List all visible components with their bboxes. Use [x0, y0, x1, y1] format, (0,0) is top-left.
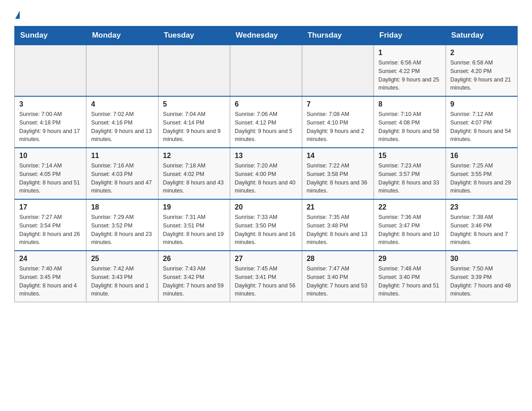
day-info: Sunrise: 7:22 AMSunset: 3:58 PMDaylight:…: [307, 162, 369, 195]
calendar-cell: 2Sunrise: 6:58 AMSunset: 4:20 PMDaylight…: [446, 45, 517, 96]
day-info: Sunrise: 7:20 AMSunset: 4:00 PMDaylight:…: [235, 162, 297, 195]
calendar-cell: 18Sunrise: 7:29 AMSunset: 3:52 PMDayligh…: [86, 199, 158, 251]
day-info: Sunrise: 7:35 AMSunset: 3:48 PMDaylight:…: [307, 213, 369, 247]
day-number: 29: [378, 255, 441, 263]
calendar-cell: 3Sunrise: 7:00 AMSunset: 4:18 PMDaylight…: [15, 96, 86, 148]
day-number: 2: [450, 49, 513, 57]
day-info: Sunrise: 7:12 AMSunset: 4:07 PMDaylight:…: [450, 110, 513, 144]
calendar-cell: 19Sunrise: 7:31 AMSunset: 3:51 PMDayligh…: [158, 199, 230, 251]
calendar-week-row: 17Sunrise: 7:27 AMSunset: 3:54 PMDayligh…: [15, 199, 518, 251]
calendar-cell: 10Sunrise: 7:14 AMSunset: 4:05 PMDayligh…: [15, 148, 86, 199]
day-info: Sunrise: 7:31 AMSunset: 3:51 PMDaylight:…: [163, 213, 225, 247]
day-number: 28: [307, 255, 369, 263]
day-number: 10: [19, 152, 82, 160]
calendar-week-row: 3Sunrise: 7:00 AMSunset: 4:18 PMDaylight…: [15, 96, 518, 148]
calendar-week-row: 10Sunrise: 7:14 AMSunset: 4:05 PMDayligh…: [15, 148, 518, 199]
day-info: Sunrise: 7:48 AMSunset: 3:40 PMDaylight:…: [378, 265, 441, 298]
calendar-cell: 13Sunrise: 7:20 AMSunset: 4:00 PMDayligh…: [230, 148, 302, 199]
calendar-cell: 6Sunrise: 7:06 AMSunset: 4:12 PMDaylight…: [230, 96, 302, 148]
day-number: 21: [307, 203, 369, 211]
weekday-header-tuesday: Tuesday: [158, 26, 230, 45]
calendar-cell: 16Sunrise: 7:25 AMSunset: 3:55 PMDayligh…: [446, 148, 517, 199]
day-number: 1: [378, 49, 441, 57]
calendar-cell: 1Sunrise: 6:56 AMSunset: 4:22 PMDaylight…: [374, 45, 446, 96]
day-number: 20: [235, 203, 297, 211]
calendar-cell: 4Sunrise: 7:02 AMSunset: 4:16 PMDaylight…: [86, 96, 158, 148]
weekday-header-sunday: Sunday: [15, 26, 86, 45]
day-info: Sunrise: 7:16 AMSunset: 4:03 PMDaylight:…: [91, 162, 153, 195]
calendar-cell: 14Sunrise: 7:22 AMSunset: 3:58 PMDayligh…: [302, 148, 373, 199]
calendar-cell: 24Sunrise: 7:40 AMSunset: 3:45 PMDayligh…: [15, 251, 86, 302]
day-number: 17: [19, 203, 82, 211]
day-info: Sunrise: 7:23 AMSunset: 3:57 PMDaylight:…: [378, 162, 441, 195]
day-info: Sunrise: 7:40 AMSunset: 3:45 PMDaylight:…: [19, 265, 82, 298]
calendar-cell: 22Sunrise: 7:36 AMSunset: 3:47 PMDayligh…: [374, 199, 446, 251]
day-info: Sunrise: 6:56 AMSunset: 4:22 PMDaylight:…: [378, 59, 441, 92]
weekday-header-thursday: Thursday: [302, 26, 373, 45]
calendar-cell: [15, 45, 86, 96]
page-header: [14, 11, 518, 19]
day-number: 26: [163, 255, 225, 263]
calendar-cell: 15Sunrise: 7:23 AMSunset: 3:57 PMDayligh…: [374, 148, 446, 199]
day-info: Sunrise: 7:50 AMSunset: 3:39 PMDaylight:…: [450, 265, 513, 298]
day-info: Sunrise: 7:02 AMSunset: 4:16 PMDaylight:…: [91, 110, 153, 144]
day-number: 25: [91, 255, 153, 263]
day-number: 11: [91, 152, 153, 160]
day-number: 14: [307, 152, 369, 160]
calendar-cell: 21Sunrise: 7:35 AMSunset: 3:48 PMDayligh…: [302, 199, 373, 251]
day-info: Sunrise: 7:06 AMSunset: 4:12 PMDaylight:…: [235, 110, 297, 144]
logo: [14, 11, 20, 19]
day-number: 24: [19, 255, 82, 263]
calendar-cell: 26Sunrise: 7:43 AMSunset: 3:42 PMDayligh…: [158, 251, 230, 302]
calendar-cell: 7Sunrise: 7:08 AMSunset: 4:10 PMDaylight…: [302, 96, 373, 148]
day-info: Sunrise: 7:47 AMSunset: 3:40 PMDaylight:…: [307, 265, 369, 298]
day-number: 16: [450, 152, 513, 160]
day-number: 6: [235, 100, 297, 108]
day-info: Sunrise: 7:29 AMSunset: 3:52 PMDaylight:…: [91, 213, 153, 247]
day-info: Sunrise: 7:45 AMSunset: 3:41 PMDaylight:…: [235, 265, 297, 298]
day-number: 3: [19, 100, 82, 108]
day-info: Sunrise: 6:58 AMSunset: 4:20 PMDaylight:…: [450, 59, 513, 92]
day-number: 8: [378, 100, 441, 108]
day-number: 7: [307, 100, 369, 108]
day-info: Sunrise: 7:10 AMSunset: 4:08 PMDaylight:…: [378, 110, 441, 144]
day-number: 30: [450, 255, 513, 263]
calendar-cell: 5Sunrise: 7:04 AMSunset: 4:14 PMDaylight…: [158, 96, 230, 148]
day-number: 12: [163, 152, 225, 160]
day-info: Sunrise: 7:25 AMSunset: 3:55 PMDaylight:…: [450, 162, 513, 195]
calendar-cell: 17Sunrise: 7:27 AMSunset: 3:54 PMDayligh…: [15, 199, 86, 251]
calendar-week-row: 1Sunrise: 6:56 AMSunset: 4:22 PMDaylight…: [15, 45, 518, 96]
calendar-week-row: 24Sunrise: 7:40 AMSunset: 3:45 PMDayligh…: [15, 251, 518, 302]
weekday-header-monday: Monday: [86, 26, 158, 45]
calendar-cell: 27Sunrise: 7:45 AMSunset: 3:41 PMDayligh…: [230, 251, 302, 302]
weekday-header-row: SundayMondayTuesdayWednesdayThursdayFrid…: [15, 26, 518, 45]
logo-triangle-icon: [15, 11, 20, 19]
weekday-header-friday: Friday: [374, 26, 446, 45]
calendar-cell: 25Sunrise: 7:42 AMSunset: 3:43 PMDayligh…: [86, 251, 158, 302]
day-info: Sunrise: 7:43 AMSunset: 3:42 PMDaylight:…: [163, 265, 225, 298]
day-number: 4: [91, 100, 153, 108]
calendar-cell: [86, 45, 158, 96]
calendar-cell: [302, 45, 373, 96]
day-number: 27: [235, 255, 297, 263]
day-info: Sunrise: 7:08 AMSunset: 4:10 PMDaylight:…: [307, 110, 369, 144]
day-info: Sunrise: 7:14 AMSunset: 4:05 PMDaylight:…: [19, 162, 82, 195]
day-info: Sunrise: 7:04 AMSunset: 4:14 PMDaylight:…: [163, 110, 225, 144]
day-number: 22: [378, 203, 441, 211]
calendar-cell: [158, 45, 230, 96]
day-number: 13: [235, 152, 297, 160]
calendar-cell: 28Sunrise: 7:47 AMSunset: 3:40 PMDayligh…: [302, 251, 373, 302]
day-info: Sunrise: 7:36 AMSunset: 3:47 PMDaylight:…: [378, 213, 441, 247]
calendar-cell: 20Sunrise: 7:33 AMSunset: 3:50 PMDayligh…: [230, 199, 302, 251]
day-info: Sunrise: 7:38 AMSunset: 3:46 PMDaylight:…: [450, 213, 513, 247]
day-number: 19: [163, 203, 225, 211]
weekday-header-wednesday: Wednesday: [230, 26, 302, 45]
day-info: Sunrise: 7:33 AMSunset: 3:50 PMDaylight:…: [235, 213, 297, 247]
calendar-table: SundayMondayTuesdayWednesdayThursdayFrid…: [14, 26, 518, 302]
day-info: Sunrise: 7:42 AMSunset: 3:43 PMDaylight:…: [91, 265, 153, 298]
calendar-cell: 9Sunrise: 7:12 AMSunset: 4:07 PMDaylight…: [446, 96, 517, 148]
day-number: 15: [378, 152, 441, 160]
day-info: Sunrise: 7:27 AMSunset: 3:54 PMDaylight:…: [19, 213, 82, 247]
calendar-cell: 29Sunrise: 7:48 AMSunset: 3:40 PMDayligh…: [374, 251, 446, 302]
day-number: 5: [163, 100, 225, 108]
